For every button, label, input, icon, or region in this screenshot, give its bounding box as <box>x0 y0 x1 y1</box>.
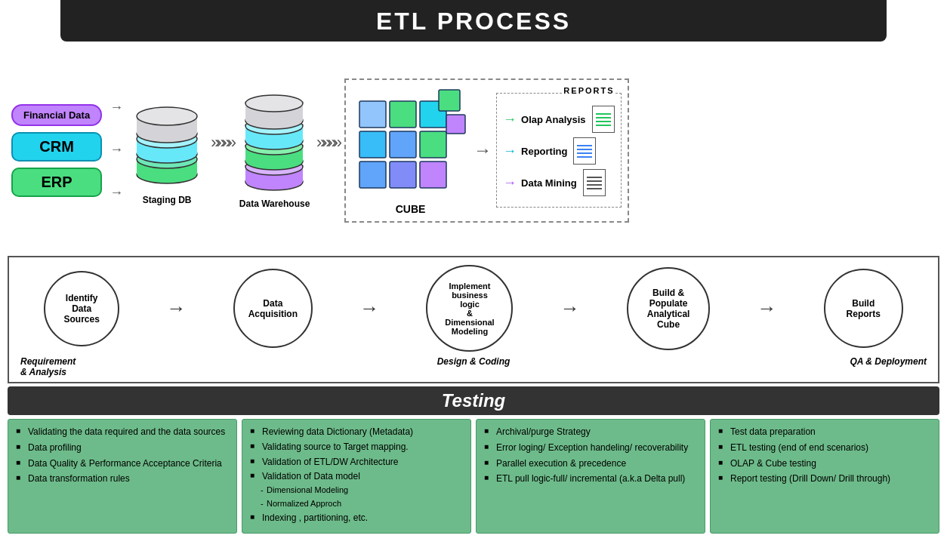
data-sources: Financial Data CRM ERP <box>11 104 102 197</box>
reporting-row: → Reporting <box>503 137 615 165</box>
svg-rect-22 <box>390 162 416 188</box>
data-warehouse-icon <box>239 91 310 197</box>
cube-icon <box>352 86 469 203</box>
testing-box-4: ■Test data preparation ■ETL testing (end… <box>710 419 939 534</box>
label-qa: QA & Deployment <box>821 356 927 377</box>
financial-data-box: Financial Data <box>11 104 102 126</box>
testing-header: Testing <box>8 386 939 415</box>
testing-box-2: ■Reviewing data Dictionary (Metadata) ■V… <box>242 419 471 534</box>
page-title: ETL PROCESS <box>60 8 887 35</box>
olap-label: Olap Analysis <box>521 114 586 125</box>
staging-label: Staging DB <box>143 195 192 205</box>
process-labels: Requirement& Analysis Design & Coding QA… <box>20 353 927 382</box>
olap-report-icon <box>592 106 615 133</box>
testing-title: Testing <box>8 390 939 411</box>
step-acquisition: DataAcquisition <box>233 269 313 348</box>
datamining-report-icon <box>583 169 606 196</box>
erp-box: ERP <box>11 168 102 197</box>
datamining-row: → Data Mining <box>503 169 615 196</box>
reports-title: REPORTS <box>563 86 614 95</box>
testing-box-3: ■Archival/purge Strategy ■Error loging/ … <box>476 419 705 534</box>
reports-section: REPORTS → Olap Analysis → Reporting <box>496 93 622 208</box>
reporting-report-icon <box>573 137 596 165</box>
svg-rect-31 <box>446 115 465 134</box>
step-build-reports: BuildReports <box>824 269 903 348</box>
label-requirement: Requirement& Analysis <box>20 356 126 377</box>
svg-rect-21 <box>359 162 386 188</box>
step-build-cube: Build &PopulateAnalyticalCube <box>627 267 710 350</box>
data-warehouse: Data Warehouse <box>239 91 310 209</box>
crm-box: CRM <box>11 132 102 162</box>
source-arrows: → → → <box>110 86 123 214</box>
staging-db-icon <box>129 95 205 193</box>
svg-rect-25 <box>390 131 416 158</box>
testing-grid: ■Validating the data required and the da… <box>8 419 939 534</box>
svg-rect-26 <box>420 131 446 158</box>
chevron-1: »»»» <box>211 133 233 152</box>
label-design: Design & Coding <box>126 356 821 377</box>
cube-reports-container: CUBE → REPORTS → Olap Analysis → Repo <box>344 78 629 223</box>
svg-rect-30 <box>439 90 460 111</box>
svg-rect-23 <box>420 162 446 188</box>
cube-area: CUBE <box>352 86 469 215</box>
staging-db: Staging DB <box>129 95 205 205</box>
dw-label: Data Warehouse <box>239 198 310 209</box>
svg-point-8 <box>137 107 197 125</box>
step-identify: IdentifyDataSources <box>44 271 119 346</box>
testing-box-1: ■Validating the data required and the da… <box>8 419 237 534</box>
olap-row: → Olap Analysis <box>503 106 615 133</box>
datamining-label: Data Mining <box>521 177 577 189</box>
cube-to-reports-arrow: → <box>474 140 492 161</box>
svg-rect-24 <box>359 131 386 158</box>
step-implement: Implementbusinesslogic&DimensionalModeli… <box>426 265 513 352</box>
process-flow-row: IdentifyDataSources → DataAcquisition → … <box>20 265 927 352</box>
reporting-label: Reporting <box>521 146 567 157</box>
chevron-2: »»»» <box>316 133 338 152</box>
svg-rect-28 <box>390 101 416 128</box>
cube-label: CUBE <box>396 203 426 215</box>
top-diagram: Financial Data CRM ERP → → → Staging DB <box>0 42 947 253</box>
svg-point-20 <box>245 95 303 112</box>
svg-rect-27 <box>359 101 386 128</box>
process-section: IdentifyDataSources → DataAcquisition → … <box>8 256 939 383</box>
etl-header: ETL PROCESS <box>60 0 887 42</box>
